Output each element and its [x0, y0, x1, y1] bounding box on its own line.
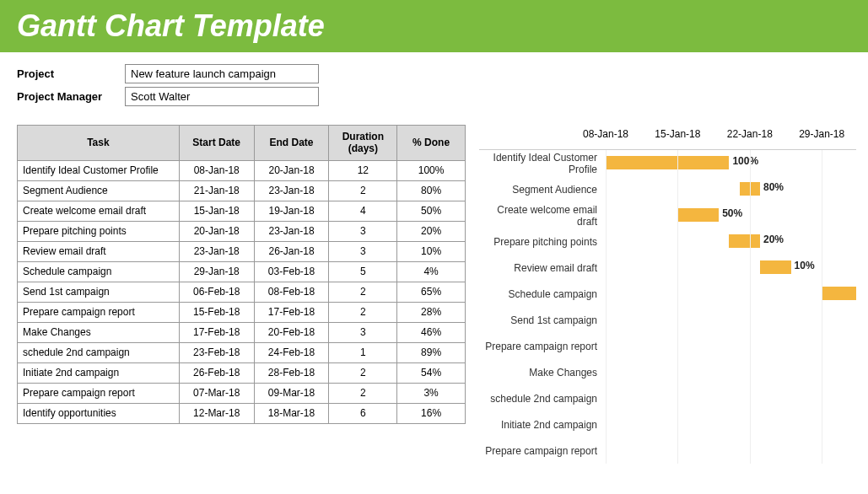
cell-end[interactable]: 20-Jan-18: [254, 160, 329, 180]
gantt-tick: 22-Jan-18: [727, 128, 773, 140]
cell-start[interactable]: 23-Jan-18: [179, 241, 254, 261]
table-row[interactable]: Identify opportunities12-Mar-1818-Mar-18…: [18, 403, 466, 423]
table-row[interactable]: schedule 2nd campaign23-Feb-1824-Feb-181…: [18, 342, 466, 362]
cell-task[interactable]: Segment Audience: [18, 180, 180, 201]
gantt-bar-pct: 50%: [722, 207, 742, 219]
cell-task[interactable]: Prepare campaign report: [18, 302, 180, 322]
gantt-row: Make Changes: [479, 359, 856, 385]
table-row[interactable]: Prepare campaign report07-Mar-1809-Mar-1…: [18, 383, 466, 403]
gantt-row-label: Prepare campaign report: [479, 341, 606, 352]
cell-end[interactable]: 26-Jan-18: [254, 241, 329, 261]
cell-task[interactable]: Prepare pitching points: [18, 221, 180, 241]
cell-end[interactable]: 17-Feb-18: [254, 302, 329, 322]
cell-end[interactable]: 20-Feb-18: [254, 322, 329, 342]
gantt-row-label: Create welcome email draft: [479, 204, 606, 228]
cell-start[interactable]: 17-Feb-18: [179, 322, 254, 342]
table-row[interactable]: Initiate 2nd campaign26-Feb-1828-Feb-182…: [18, 362, 466, 383]
cell-task[interactable]: Identify Ideal Customer Profile: [18, 160, 180, 180]
table-row[interactable]: Make Changes17-Feb-1820-Feb-18346%: [18, 322, 466, 342]
cell-task[interactable]: Review email draft: [18, 241, 180, 261]
cell-start[interactable]: 06-Feb-18: [179, 282, 254, 302]
meta-section: Project Project Manager: [0, 52, 868, 116]
cell-end[interactable]: 24-Feb-18: [254, 342, 329, 362]
cell-duration[interactable]: 2: [329, 383, 397, 403]
cell-duration[interactable]: 2: [329, 362, 397, 383]
cell-duration[interactable]: 6: [329, 403, 397, 423]
cell-start[interactable]: 07-Mar-18: [179, 383, 254, 403]
gantt-row: Review email draft10%: [479, 255, 856, 281]
cell-done[interactable]: 65%: [397, 282, 466, 302]
cell-duration[interactable]: 3: [329, 322, 397, 342]
cell-done[interactable]: 16%: [397, 403, 466, 423]
cell-done[interactable]: 46%: [397, 322, 466, 342]
cell-done[interactable]: 28%: [397, 302, 466, 322]
project-input[interactable]: [125, 64, 319, 83]
cell-task[interactable]: Schedule campaign: [18, 261, 180, 282]
cell-done[interactable]: 3%: [397, 383, 466, 403]
gantt-bar[interactable]: [606, 156, 729, 169]
cell-end[interactable]: 23-Jan-18: [254, 221, 329, 241]
cell-done[interactable]: 20%: [397, 221, 466, 241]
cell-duration[interactable]: 2: [329, 302, 397, 322]
cell-duration[interactable]: 12: [329, 160, 397, 180]
gantt-bar[interactable]: [677, 208, 719, 222]
cell-done[interactable]: 54%: [397, 362, 466, 383]
table-row[interactable]: Create welcome email draft15-Jan-1819-Ja…: [18, 201, 466, 221]
gantt-bar[interactable]: [822, 287, 856, 300]
cell-done[interactable]: 100%: [397, 160, 466, 180]
meta-row-manager: Project Manager: [17, 87, 851, 106]
manager-input[interactable]: [125, 87, 319, 106]
cell-end[interactable]: 19-Jan-18: [254, 201, 329, 221]
table-row[interactable]: Prepare pitching points20-Jan-1823-Jan-1…: [18, 221, 466, 241]
tasks-table: Task Start Date End Date Duration (days)…: [17, 125, 466, 424]
cell-end[interactable]: 23-Jan-18: [254, 180, 329, 201]
gantt-bar-pct: 20%: [763, 234, 784, 245]
cell-start[interactable]: 08-Jan-18: [179, 160, 254, 180]
gantt-row-track: 10%: [606, 255, 856, 281]
cell-task[interactable]: Identify opportunities: [18, 403, 180, 423]
table-row[interactable]: Prepare campaign report15-Feb-1817-Feb-1…: [18, 302, 466, 322]
gantt-row-track: 20%: [606, 228, 856, 255]
gantt-row-label: Review email draft: [479, 262, 606, 274]
gantt-bar[interactable]: [760, 260, 791, 274]
cell-start[interactable]: 23-Feb-18: [179, 342, 254, 362]
cell-task[interactable]: Initiate 2nd campaign: [18, 362, 180, 383]
cell-done[interactable]: 10%: [397, 241, 466, 261]
cell-duration[interactable]: 2: [329, 180, 397, 201]
table-row[interactable]: Schedule campaign29-Jan-1803-Feb-1854%: [18, 261, 466, 282]
gantt-bar[interactable]: [729, 234, 760, 248]
cell-start[interactable]: 21-Jan-18: [179, 180, 254, 201]
table-row[interactable]: Segment Audience21-Jan-1823-Jan-18280%: [18, 180, 466, 201]
cell-done[interactable]: 89%: [397, 342, 466, 362]
cell-end[interactable]: 08-Feb-18: [254, 282, 329, 302]
cell-done[interactable]: 4%: [397, 261, 466, 282]
cell-end[interactable]: 03-Feb-18: [254, 261, 329, 282]
cell-task[interactable]: Make Changes: [18, 322, 180, 342]
cell-duration[interactable]: 1: [329, 342, 397, 362]
cell-end[interactable]: 18-Mar-18: [254, 403, 329, 423]
cell-done[interactable]: 50%: [397, 201, 466, 221]
cell-duration[interactable]: 4: [329, 201, 397, 221]
cell-start[interactable]: 15-Feb-18: [179, 302, 254, 322]
cell-start[interactable]: 29-Jan-18: [179, 261, 254, 282]
cell-task[interactable]: Create welcome email draft: [18, 201, 180, 221]
cell-task[interactable]: schedule 2nd campaign: [18, 342, 180, 362]
cell-duration[interactable]: 3: [329, 241, 397, 261]
cell-done[interactable]: 80%: [397, 180, 466, 201]
gantt-row-label: Schedule campaign: [479, 288, 606, 300]
cell-duration[interactable]: 2: [329, 282, 397, 302]
table-row[interactable]: Send 1st campaign06-Feb-1808-Feb-18265%: [18, 282, 466, 302]
cell-duration[interactable]: 3: [329, 221, 397, 241]
cell-task[interactable]: Send 1st campaign: [18, 282, 180, 302]
table-row[interactable]: Review email draft23-Jan-1826-Jan-18310%: [18, 241, 466, 261]
cell-start[interactable]: 12-Mar-18: [179, 403, 254, 423]
table-row[interactable]: Identify Ideal Customer Profile08-Jan-18…: [18, 160, 466, 180]
gantt-rows: Identify Ideal Customer Profile100%Segme…: [479, 150, 856, 464]
cell-start[interactable]: 15-Jan-18: [179, 201, 254, 221]
cell-duration[interactable]: 5: [329, 261, 397, 282]
cell-end[interactable]: 28-Feb-18: [254, 362, 329, 383]
cell-start[interactable]: 20-Jan-18: [179, 221, 254, 241]
cell-task[interactable]: Prepare campaign report: [18, 383, 180, 403]
cell-end[interactable]: 09-Mar-18: [254, 383, 329, 403]
cell-start[interactable]: 26-Feb-18: [179, 362, 254, 383]
